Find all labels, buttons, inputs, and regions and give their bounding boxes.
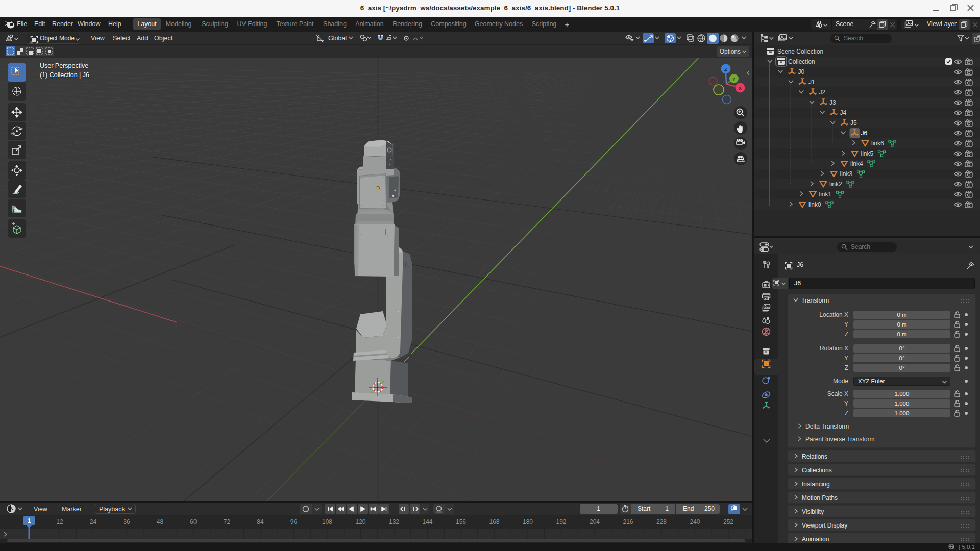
- svg-text:24: 24: [90, 518, 97, 525]
- svg-text:216: 216: [623, 518, 633, 525]
- svg-text:108: 108: [322, 518, 332, 525]
- svg-text:J4: J4: [840, 109, 847, 116]
- svg-text:168: 168: [489, 518, 499, 525]
- svg-text:View: View: [34, 506, 48, 513]
- svg-text:Z: Z: [724, 66, 727, 72]
- svg-text:84: 84: [257, 518, 264, 525]
- svg-text:12: 12: [56, 518, 63, 525]
- svg-text:120: 120: [355, 518, 365, 525]
- svg-text:J5: J5: [850, 119, 857, 127]
- svg-text:204: 204: [590, 518, 600, 525]
- svg-text:J0: J0: [798, 68, 805, 76]
- svg-text:1: 1: [28, 517, 31, 524]
- svg-text:Marker: Marker: [62, 506, 82, 513]
- svg-text:72: 72: [224, 518, 231, 525]
- svg-text:132: 132: [389, 518, 399, 525]
- svg-text:228: 228: [656, 518, 667, 525]
- svg-text:J2: J2: [819, 89, 826, 96]
- svg-text:Collection: Collection: [788, 58, 815, 65]
- svg-text:192: 192: [556, 518, 566, 525]
- svg-text:link3: link3: [840, 170, 853, 178]
- svg-text:link6: link6: [871, 140, 884, 147]
- svg-text:Y: Y: [732, 76, 736, 82]
- svg-text:J3: J3: [829, 99, 836, 106]
- svg-text:J1: J1: [808, 79, 815, 86]
- svg-text:link0: link0: [808, 201, 821, 208]
- svg-text:link5: link5: [861, 150, 874, 157]
- svg-text:252: 252: [723, 518, 733, 525]
- svg-text:36: 36: [123, 518, 130, 525]
- svg-text:link4: link4: [850, 160, 863, 167]
- svg-text:48: 48: [157, 518, 164, 525]
- svg-text:Global: Global: [328, 35, 347, 42]
- svg-text:link2: link2: [829, 181, 842, 188]
- svg-text:180: 180: [523, 518, 533, 525]
- svg-text:96: 96: [290, 518, 298, 525]
- svg-text:X: X: [739, 85, 742, 91]
- svg-text:240: 240: [690, 518, 700, 525]
- svg-text:156: 156: [456, 518, 466, 525]
- svg-text:144: 144: [422, 518, 432, 525]
- svg-text:Scene Collection: Scene Collection: [777, 48, 823, 55]
- svg-text:link1: link1: [819, 191, 832, 198]
- svg-text:60: 60: [190, 518, 197, 525]
- svg-text:J6: J6: [861, 130, 868, 137]
